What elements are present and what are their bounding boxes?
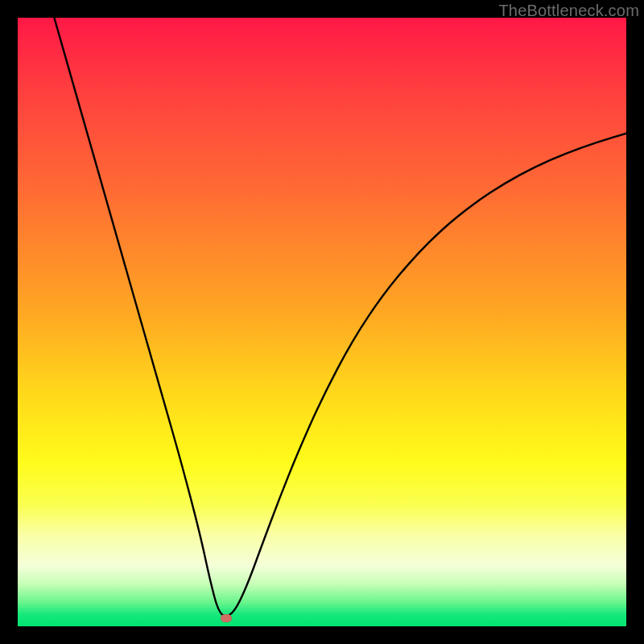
bottleneck-curve <box>18 18 626 626</box>
optimal-point-marker <box>221 614 232 622</box>
curve-path <box>54 18 626 616</box>
chart-plot-area <box>18 18 626 626</box>
watermark-text: TheBottleneck.com <box>498 2 639 20</box>
chart-frame: TheBottleneck.com <box>0 0 644 644</box>
